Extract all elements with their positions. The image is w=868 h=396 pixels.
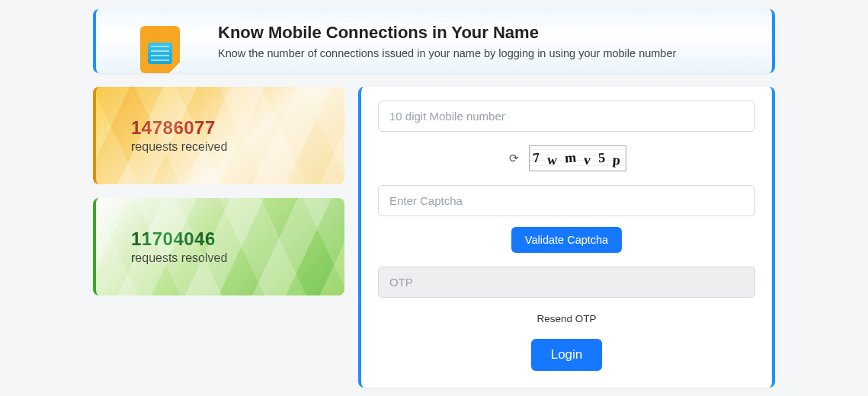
stat-resolved-count: 11704046 <box>131 228 325 250</box>
captcha-input[interactable] <box>378 185 755 216</box>
stat-resolved-label: requests resolved <box>131 251 325 265</box>
sim-card-icon <box>140 26 180 73</box>
hero-card: Know Mobile Connections in Your Name Kno… <box>93 9 775 73</box>
resend-otp-link[interactable]: Resend OTP <box>536 313 596 324</box>
otp-input[interactable] <box>378 267 755 298</box>
stat-resolved-card: 11704046 requests resolved <box>93 198 344 295</box>
login-form-card: ⟳ 7 w m v 5 p Validate Captcha Resend OT… <box>358 87 775 388</box>
mobile-number-input[interactable] <box>378 101 755 132</box>
login-button[interactable]: Login <box>531 339 603 371</box>
captcha-image: 7 w m v 5 p <box>529 145 626 171</box>
hero-title: Know Mobile Connections in Your Name <box>218 23 745 43</box>
stat-received-count: 14786077 <box>131 117 325 139</box>
validate-captcha-button[interactable]: Validate Captcha <box>511 227 622 253</box>
stats-column: 14786077 requests received 11704046 requ… <box>93 87 344 309</box>
stat-received-card: 14786077 requests received <box>93 87 344 184</box>
hero-subtitle: Know the number of connections issued in… <box>218 47 745 59</box>
stat-received-label: requests received <box>131 140 325 154</box>
page-container: Know Mobile Connections in Your Name Kno… <box>93 0 775 388</box>
refresh-captcha-icon[interactable]: ⟳ <box>508 152 521 165</box>
